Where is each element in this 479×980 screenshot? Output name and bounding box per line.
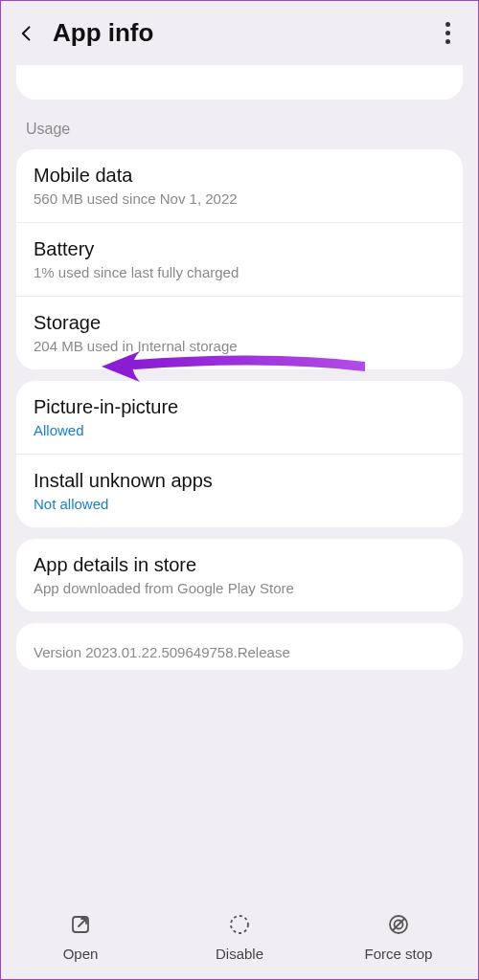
svg-point-1 (231, 916, 248, 933)
pip-status: Allowed (34, 422, 445, 438)
store-card: App details in store App downloaded from… (16, 539, 463, 612)
store-title: App details in store (34, 554, 445, 576)
battery-title: Battery (34, 238, 445, 260)
unknown-apps-status: Not allowed (34, 496, 445, 512)
storage-title: Storage (34, 312, 445, 334)
page-title: App info (53, 18, 436, 48)
pip-row[interactable]: Picture-in-picture Allowed (16, 381, 463, 455)
back-icon[interactable] (14, 21, 39, 46)
disable-icon (226, 911, 253, 938)
open-button[interactable]: Open (2, 911, 159, 962)
disable-button[interactable]: Disable (161, 911, 318, 962)
permissions-card: Picture-in-picture Allowed Install unkno… (16, 381, 463, 527)
storage-sub: 204 MB used in Internal storage (34, 338, 445, 354)
store-sub: App downloaded from Google Play Store (34, 580, 445, 596)
mobile-data-sub: 560 MB used since Nov 1, 2022 (34, 190, 445, 207)
open-label: Open (63, 946, 99, 962)
open-icon (67, 911, 94, 938)
pip-title: Picture-in-picture (34, 396, 445, 418)
disable-label: Disable (216, 946, 263, 962)
battery-row[interactable]: Battery 1% used since last fully charged (16, 223, 463, 297)
previous-card-edge (16, 65, 463, 100)
force-stop-button[interactable]: Force stop (320, 911, 477, 962)
unknown-apps-title: Install unknown apps (34, 470, 445, 492)
force-stop-icon (385, 911, 412, 938)
bottom-action-bar: Open Disable Force stop (1, 898, 478, 979)
usage-section-label: Usage (1, 107, 478, 145)
mobile-data-title: Mobile data (34, 165, 445, 187)
store-row[interactable]: App details in store App downloaded from… (16, 539, 463, 612)
version-text: Version 2023.01.22.509649758.Release (34, 644, 290, 660)
more-menu-icon[interactable] (436, 22, 459, 44)
app-header: App info (1, 1, 478, 65)
version-card: Version 2023.01.22.509649758.Release (16, 623, 463, 670)
usage-card: Mobile data 560 MB used since Nov 1, 202… (16, 149, 463, 369)
unknown-apps-row[interactable]: Install unknown apps Not allowed (16, 455, 463, 527)
mobile-data-row[interactable]: Mobile data 560 MB used since Nov 1, 202… (16, 149, 463, 223)
battery-sub: 1% used since last fully charged (34, 264, 445, 280)
force-stop-label: Force stop (365, 946, 433, 962)
storage-row[interactable]: Storage 204 MB used in Internal storage (16, 297, 463, 369)
